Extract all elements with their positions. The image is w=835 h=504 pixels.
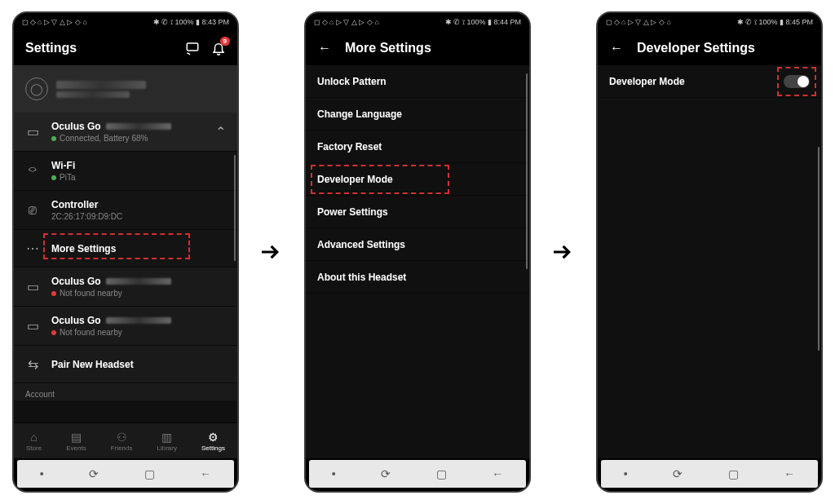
developer-mode-row[interactable]: Developer Mode bbox=[306, 163, 529, 196]
status-dot-green bbox=[51, 136, 56, 141]
nav-recents-icon[interactable]: ⟳ bbox=[381, 467, 391, 480]
device-other-2[interactable]: ▭ Oculus Go Not found nearby bbox=[14, 307, 237, 346]
events-icon: ▤ bbox=[71, 431, 82, 444]
tab-store[interactable]: ⌂Store bbox=[26, 431, 42, 452]
status-dot-green bbox=[51, 175, 56, 180]
nav-back-icon[interactable]: ← bbox=[784, 467, 795, 480]
status-bar: ◻ ◇ ⌂ ▷ ▽ △ ▷ ◇ ⌂ ✱ ✆ ⟟ 100% ▮ 8:44 PM bbox=[306, 13, 529, 31]
item-label: Advanced Settings bbox=[317, 239, 405, 250]
headset-icon: ▭ bbox=[25, 279, 40, 294]
nav-dot-icon[interactable]: • bbox=[624, 467, 628, 480]
pair-label: Pair New Headset bbox=[51, 359, 226, 370]
scrollbar[interactable] bbox=[818, 147, 820, 351]
tab-events[interactable]: ▤Events bbox=[66, 431, 86, 452]
wifi-row[interactable]: ⌔ Wi-Fi PiTa bbox=[14, 152, 237, 191]
header: ← Developer Settings bbox=[598, 31, 821, 65]
content-area: Unlock Pattern Change Language Factory R… bbox=[306, 65, 529, 458]
header: ← More Settings bbox=[306, 31, 529, 65]
pair-icon: ⇆ bbox=[25, 356, 40, 372]
about-headset-row[interactable]: About this Headset bbox=[306, 261, 529, 294]
phone-screen-1: ◻ ◇ ⌂ ▷ ▽ △ ▷ ◇ ⌂ ✱ ✆ ⟟ 100% ▮ 8:43 PM S… bbox=[12, 11, 239, 493]
unlock-pattern-row[interactable]: Unlock Pattern bbox=[306, 65, 529, 98]
page-title: More Settings bbox=[345, 41, 518, 55]
back-arrow-icon[interactable]: ← bbox=[317, 41, 332, 55]
headset-icon: ▭ bbox=[25, 318, 40, 334]
scrollbar[interactable] bbox=[234, 155, 236, 261]
item-label: Unlock Pattern bbox=[317, 76, 387, 87]
wifi-label: Wi-Fi bbox=[51, 160, 226, 171]
tab-friends[interactable]: ⚇Friends bbox=[111, 431, 133, 452]
tab-label: Library bbox=[157, 444, 177, 452]
scrollbar[interactable] bbox=[526, 73, 528, 269]
item-label: Factory Reset bbox=[317, 141, 382, 153]
avatar: ◯ bbox=[25, 77, 48, 100]
nav-home-icon[interactable]: ▢ bbox=[436, 467, 447, 480]
nav-home-icon[interactable]: ▢ bbox=[728, 467, 739, 480]
nav-dot-icon[interactable]: • bbox=[40, 467, 44, 480]
factory-reset-row[interactable]: Factory Reset bbox=[306, 130, 529, 163]
item-label: Power Settings bbox=[317, 206, 388, 218]
friends-icon: ⚇ bbox=[117, 431, 127, 444]
notifications-icon[interactable]: 9 bbox=[211, 41, 226, 55]
phone-screen-2: ◻ ◇ ⌂ ▷ ▽ △ ▷ ◇ ⌂ ✱ ✆ ⟟ 100% ▮ 8:44 PM ←… bbox=[304, 11, 531, 493]
nav-home-icon[interactable]: ▢ bbox=[144, 467, 155, 480]
android-nav-bar: • ⟳ ▢ ← bbox=[309, 460, 526, 488]
status-icons-left: ◻ ◇ ⌂ ▷ ▽ △ ▷ ◇ ⌂ bbox=[314, 18, 379, 26]
item-label: About this Headset bbox=[317, 272, 406, 283]
controller-row[interactable]: ⎚ Controller 2C:26:17:09:D9:DC bbox=[14, 191, 237, 230]
svg-rect-0 bbox=[187, 43, 198, 51]
device-name-redacted bbox=[106, 123, 171, 130]
developer-mode-toggle-row[interactable]: Developer Mode bbox=[598, 65, 821, 98]
controller-mac: 2C:26:17:09:D9:DC bbox=[51, 212, 226, 221]
nav-back-icon[interactable]: ← bbox=[200, 467, 211, 480]
settings-icon: ⚙ bbox=[208, 431, 219, 444]
nav-recents-icon[interactable]: ⟳ bbox=[89, 467, 99, 480]
status-bar: ◻ ◇ ⌂ ▷ ▽ △ ▷ ◇ ⌂ ✱ ✆ ⟟ 100% ▮ 8:43 PM bbox=[14, 13, 237, 31]
profile-sub-redacted bbox=[56, 91, 130, 98]
tab-library[interactable]: ▥Library bbox=[157, 431, 177, 452]
android-nav-bar: • ⟳ ▢ ← bbox=[17, 460, 234, 488]
back-arrow-icon[interactable]: ← bbox=[609, 41, 624, 55]
account-section-label: Account bbox=[14, 383, 237, 400]
item-label: Developer Mode bbox=[609, 76, 685, 87]
device-other-1[interactable]: ▭ Oculus Go Not found nearby bbox=[14, 267, 237, 307]
arrow-icon bbox=[255, 236, 288, 268]
nav-recents-icon[interactable]: ⟳ bbox=[673, 467, 683, 480]
tab-settings[interactable]: ⚙Settings bbox=[201, 431, 225, 452]
status-dot-red bbox=[51, 330, 56, 335]
chevron-up-icon: ⌃ bbox=[215, 124, 226, 139]
device-status: Not found nearby bbox=[60, 289, 122, 298]
library-icon: ▥ bbox=[161, 431, 172, 444]
nav-dot-icon[interactable]: • bbox=[332, 467, 336, 480]
status-right: ✱ ✆ ⟟ 100% ▮ 8:45 PM bbox=[737, 18, 813, 27]
item-label: Developer Mode bbox=[317, 174, 393, 185]
device-oculus-go[interactable]: ▭ Oculus Go Connected, Battery 68% ⌃ bbox=[14, 113, 237, 152]
tab-label: Settings bbox=[201, 444, 225, 452]
page-title: Developer Settings bbox=[637, 41, 810, 55]
more-icon: ⋯ bbox=[25, 241, 40, 256]
profile-section[interactable]: ◯ bbox=[14, 65, 237, 113]
tab-label: Events bbox=[66, 444, 86, 452]
change-language-row[interactable]: Change Language bbox=[306, 98, 529, 130]
tab-label: Friends bbox=[111, 444, 133, 452]
cast-icon[interactable] bbox=[185, 41, 200, 55]
wifi-icon: ⌔ bbox=[25, 164, 40, 179]
arrow-icon bbox=[547, 236, 580, 268]
status-bar: ◻ ◇ ⌂ ▷ ▽ △ ▷ ◇ ⌂ ✱ ✆ ⟟ 100% ▮ 8:45 PM bbox=[598, 13, 821, 31]
controller-icon: ⎚ bbox=[25, 203, 40, 218]
advanced-settings-row[interactable]: Advanced Settings bbox=[306, 228, 529, 261]
content-area: Developer Mode bbox=[598, 65, 821, 458]
device-name: Oculus Go bbox=[51, 121, 101, 132]
tab-label: Store bbox=[26, 444, 42, 452]
nav-back-icon[interactable]: ← bbox=[492, 467, 503, 480]
bottom-nav: ⌂Store ▤Events ⚇Friends ▥Library ⚙Settin… bbox=[14, 422, 237, 458]
headset-icon: ▭ bbox=[25, 124, 40, 139]
more-settings-row[interactable]: ⋯ More Settings bbox=[14, 230, 237, 267]
pair-new-headset-row[interactable]: ⇆ Pair New Headset bbox=[14, 346, 237, 383]
wifi-ssid: PiTa bbox=[60, 173, 75, 182]
power-settings-row[interactable]: Power Settings bbox=[306, 196, 529, 228]
developer-mode-toggle[interactable] bbox=[784, 75, 810, 88]
content-area: ◯ ▭ Oculus Go Connected, Battery 68% ⌃ ⌔… bbox=[14, 65, 237, 422]
item-label: Change Language bbox=[317, 108, 402, 120]
store-icon: ⌂ bbox=[30, 431, 37, 444]
